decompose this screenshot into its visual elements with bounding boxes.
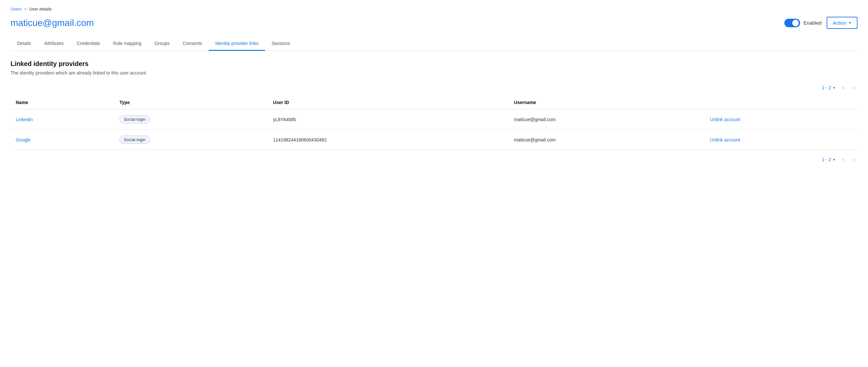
pagination-bottom-next-button[interactable]: › bbox=[850, 155, 858, 164]
breadcrumb-current: User details bbox=[29, 6, 52, 11]
action-button[interactable]: Action ▼ bbox=[827, 17, 858, 29]
row-action-cell: Unlink account bbox=[705, 130, 858, 150]
pagination-bottom-range: 1 - 2 bbox=[822, 157, 831, 162]
breadcrumb: Users > User details bbox=[10, 6, 858, 11]
header-actions: Enabled Action ▼ bbox=[784, 17, 858, 29]
pagination-bottom: 1 - 2 ▼ ‹ › bbox=[10, 155, 858, 164]
tab-consents[interactable]: Consents bbox=[176, 37, 209, 51]
col-header-type: Type bbox=[114, 96, 268, 109]
tabs-bar: Details Attributes Credentials Role mapp… bbox=[10, 37, 858, 51]
pagination-top-range: 1 - 2 bbox=[822, 85, 831, 90]
pagination-bottom-info[interactable]: 1 - 2 ▼ bbox=[822, 157, 836, 162]
pagination-bottom-prev-button[interactable]: ‹ bbox=[839, 155, 846, 164]
tab-credentials[interactable]: Credentials bbox=[70, 37, 106, 51]
page-header: maticue@gmail.com Enabled Action ▼ bbox=[10, 17, 858, 29]
type-badge: Social login bbox=[119, 136, 150, 144]
pagination-top-next-button[interactable]: › bbox=[850, 83, 858, 92]
toggle-slider[interactable] bbox=[784, 19, 800, 27]
col-header-name: Name bbox=[10, 96, 114, 109]
toggle-label: Enabled bbox=[803, 20, 822, 26]
identity-providers-table: Name Type User ID Username Linkedin Soci… bbox=[10, 96, 858, 150]
section-title: Linked identity providers bbox=[10, 60, 858, 67]
pagination-top-info[interactable]: 1 - 2 ▼ bbox=[822, 85, 836, 90]
provider-name-link[interactable]: Google bbox=[16, 137, 31, 142]
row-username-cell: maticue@gmail.com bbox=[509, 130, 705, 150]
col-header-userid: User ID bbox=[268, 96, 509, 109]
pagination-top: 1 - 2 ▼ ‹ › bbox=[10, 83, 858, 92]
enabled-toggle[interactable] bbox=[784, 19, 800, 27]
tab-attributes[interactable]: Attributes bbox=[38, 37, 70, 51]
row-userid-cell: yL8YA4btfs bbox=[268, 109, 509, 130]
enabled-toggle-container: Enabled bbox=[784, 19, 822, 27]
tab-details[interactable]: Details bbox=[10, 37, 38, 51]
tab-identity-provider-links[interactable]: Identity provider links bbox=[209, 37, 265, 51]
unlink-account-button[interactable]: Unlink account bbox=[710, 137, 740, 142]
col-header-username: Username bbox=[509, 96, 705, 109]
row-type-cell: Social login bbox=[114, 109, 268, 130]
provider-name-link[interactable]: Linkedin bbox=[16, 117, 33, 122]
pagination-top-prev-button[interactable]: ‹ bbox=[839, 83, 846, 92]
pagination-top-chevron-icon: ▼ bbox=[832, 86, 836, 90]
section-description: The identity providers which are already… bbox=[10, 70, 858, 76]
row-username-cell: maticue@gmail.com bbox=[509, 109, 705, 130]
page-title: maticue@gmail.com bbox=[10, 18, 94, 28]
row-action-cell: Unlink account bbox=[705, 109, 858, 130]
action-button-chevron-icon: ▼ bbox=[848, 21, 851, 25]
row-name-cell: Google bbox=[10, 130, 114, 150]
row-userid-cell: 114198244180600430482 bbox=[268, 130, 509, 150]
tab-groups[interactable]: Groups bbox=[148, 37, 176, 51]
breadcrumb-separator: > bbox=[24, 7, 27, 11]
row-name-cell: Linkedin bbox=[10, 109, 114, 130]
table-row: Google Social login 11419824418060043048… bbox=[10, 130, 858, 150]
unlink-account-button[interactable]: Unlink account bbox=[710, 117, 740, 122]
table-row: Linkedin Social login yL8YA4btfs maticue… bbox=[10, 109, 858, 130]
tab-role-mapping[interactable]: Role mapping bbox=[106, 37, 148, 51]
action-button-label: Action bbox=[833, 20, 846, 26]
breadcrumb-users-link[interactable]: Users bbox=[10, 6, 22, 11]
table-header-row: Name Type User ID Username bbox=[10, 96, 858, 109]
col-header-action bbox=[705, 96, 858, 109]
tab-sessions[interactable]: Sessions bbox=[265, 37, 297, 51]
pagination-bottom-chevron-icon: ▼ bbox=[832, 158, 836, 162]
type-badge: Social login bbox=[119, 115, 150, 123]
row-type-cell: Social login bbox=[114, 130, 268, 150]
